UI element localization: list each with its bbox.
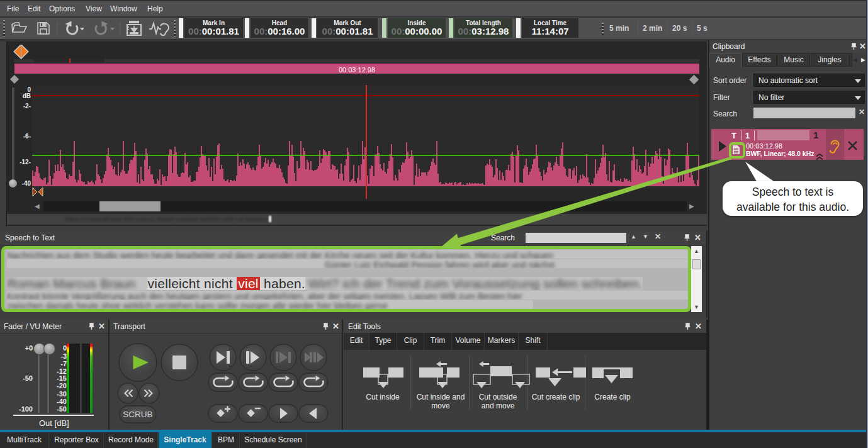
svg-text:SCRUB: SCRUB: [123, 410, 152, 419]
